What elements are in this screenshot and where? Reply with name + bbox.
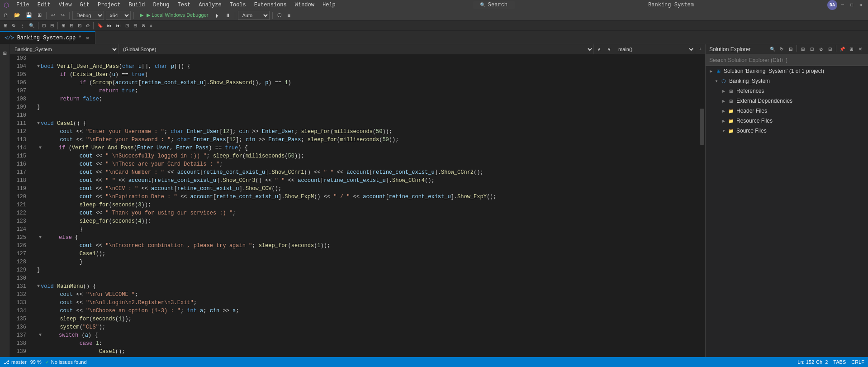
code-line-137: ▼ switch (a) {	[37, 331, 699, 339]
nav-arrow-up[interactable]: ∧	[594, 44, 604, 54]
zoom-item[interactable]: 99 %	[30, 359, 42, 365]
code-line-113: cout << "\nEnter your Password : "; char…	[37, 136, 699, 144]
tab-close-btn[interactable]: ✕	[84, 35, 90, 41]
tb2-btn12[interactable]: ⏮	[105, 21, 114, 30]
vertical-scrollbar[interactable]	[699, 54, 705, 357]
tb2-btn15[interactable]: ⊟	[132, 21, 139, 30]
menu-extensions[interactable]: Extensions	[251, 1, 290, 9]
tb2-btn6[interactable]: ⊟	[48, 21, 56, 30]
sol-filter-btn[interactable]: ⊘	[817, 45, 825, 53]
fold-111[interactable]: ▼	[37, 119, 40, 128]
git-branch-item[interactable]: ⎇ master	[4, 359, 27, 365]
menu-analyze[interactable]: Analyze	[195, 1, 225, 9]
menu-git[interactable]: Git	[76, 1, 93, 9]
tb2-btn14[interactable]: ⊡	[123, 21, 131, 30]
debug-mode-dropdown[interactable]: Debug	[72, 11, 104, 20]
menu-window[interactable]: Window	[291, 1, 318, 9]
new-file-btn[interactable]: 🗋	[2, 11, 10, 20]
menu-edit[interactable]: Edit	[34, 1, 54, 9]
tree-header-files[interactable]: ▶ 📁 Header Files	[706, 106, 868, 116]
more-btn[interactable]: ≡	[285, 11, 292, 20]
tb2-btn11[interactable]: 🔖	[95, 21, 104, 30]
line-106: 106	[10, 79, 30, 87]
tb2-btn16[interactable]: ⊘	[140, 21, 147, 30]
menu-tools[interactable]: Tools	[226, 1, 250, 9]
step-over-btn[interactable]: ⏵	[213, 11, 222, 20]
nav-plus-btn[interactable]: +	[695, 44, 705, 54]
tree-source-files[interactable]: ▼ 📁 Source Files	[706, 126, 868, 136]
window-title: Banking_System	[648, 2, 694, 8]
tb2-btn4[interactable]: 🔍	[27, 21, 36, 30]
fold-114[interactable]: ▼	[39, 144, 42, 152]
line-122: 122	[10, 209, 30, 217]
scope-dropdown[interactable]: Banking_System	[10, 44, 119, 54]
code-line-126: cout << "\nIncorrect combination , pleas…	[37, 242, 699, 250]
menu-test[interactable]: Test	[174, 1, 194, 9]
tree-references[interactable]: ▶ ⊞ References	[706, 86, 868, 96]
global-scope-dropdown[interactable]: (Global Scope)	[119, 44, 594, 54]
tb2-btn8[interactable]: ⊟	[68, 21, 75, 30]
redo-btn[interactable]: ↪	[59, 11, 66, 20]
undo-btn[interactable]: ↩	[49, 11, 57, 20]
tb2-btn2[interactable]: ↻	[10, 21, 17, 30]
arch-dropdown[interactable]: x64	[106, 11, 131, 20]
indent-item[interactable]: TABS	[833, 359, 846, 365]
status-issues-item[interactable]: ✓ No issues found	[45, 359, 87, 365]
watch-dropdown[interactable]: Auto	[238, 11, 270, 20]
tb2-btn1[interactable]: ⊞	[2, 21, 9, 30]
sol-refresh-btn[interactable]: ↻	[778, 45, 786, 53]
close-button[interactable]: ✕	[857, 1, 864, 9]
line-137: 137	[10, 331, 30, 339]
cursor-position-item[interactable]: Ln: 152 Ch: 2	[797, 359, 828, 365]
tb2-more[interactable]: »	[148, 21, 154, 30]
sol-collapse-btn[interactable]: ⊟	[787, 45, 795, 53]
save-btn[interactable]: 💾	[24, 11, 34, 20]
tb2-btn3[interactable]: ⋮	[18, 21, 26, 30]
code-content[interactable]: ▼ bool Verif_User_And_Pass(char u[], cha…	[33, 54, 699, 357]
menu-debug[interactable]: Debug	[149, 1, 173, 9]
tb2-btn7[interactable]: ⊞	[60, 21, 67, 30]
menu-file[interactable]: File	[13, 1, 33, 9]
tb2-btn9[interactable]: ⊡	[76, 21, 83, 30]
sol-sync-btn[interactable]: ⊟	[826, 45, 834, 53]
sol-pin-btn[interactable]: 📌	[838, 45, 846, 53]
sol-search-btn[interactable]: 🔍	[768, 45, 777, 53]
open-btn[interactable]: 📂	[12, 11, 22, 20]
tree-resource-files[interactable]: ▶ 📁 Resource Files	[706, 116, 868, 126]
left-btn1[interactable]: ⊞	[0, 46, 9, 55]
fold-137[interactable]: ▼	[39, 331, 42, 339]
scrollbar-thumb[interactable]	[700, 109, 704, 145]
tree-solution-root[interactable]: ▶ ⊞ Solution 'Banking_System' (1 of 1 pr…	[706, 66, 868, 76]
menu-build[interactable]: Build	[125, 1, 148, 9]
source-files-label: Source Files	[736, 128, 767, 134]
fold-125[interactable]: ▼	[39, 234, 42, 242]
fold-131[interactable]: ▼	[37, 282, 40, 291]
line-105: 105	[10, 71, 30, 79]
tb2-btn10[interactable]: ⊘	[84, 21, 91, 30]
tb2-btn13[interactable]: ⏭	[114, 21, 123, 30]
menu-help[interactable]: Help	[319, 1, 339, 9]
run-button[interactable]: ▶ ▶ Local Windows Debugger	[137, 11, 211, 20]
line-endings-label: CRLF	[851, 359, 864, 365]
line-129: 129	[10, 266, 30, 274]
solution-search-input[interactable]	[706, 54, 868, 66]
pause-btn[interactable]: ⏸	[223, 11, 232, 20]
tree-external-deps[interactable]: ▶ ⊞ External Dependencies	[706, 96, 868, 106]
sol-float-btn[interactable]: ⊞	[847, 45, 855, 53]
fold-104[interactable]: ▼	[37, 62, 40, 71]
sol-properties-btn[interactable]: ⊞	[799, 45, 807, 53]
maximize-button[interactable]: □	[848, 1, 855, 9]
breakpoint-btn[interactable]: ⬡	[275, 11, 284, 20]
nav-arrow-down[interactable]: ∨	[604, 44, 614, 54]
tb2-btn5[interactable]: ⊡	[40, 21, 47, 30]
tab-banking-system-cpp[interactable]: ≺/≻ Banking_System.cpp * ✕	[0, 31, 95, 44]
tree-project[interactable]: ▼ ⬡ Banking_System	[706, 76, 868, 86]
sol-close-btn[interactable]: ✕	[856, 45, 864, 53]
line-endings-item[interactable]: CRLF	[851, 359, 864, 365]
save-all-btn[interactable]: ⊞	[36, 11, 43, 20]
menu-view[interactable]: View	[55, 1, 76, 9]
function-dropdown[interactable]: main()	[614, 44, 695, 54]
menu-project[interactable]: Project	[94, 1, 124, 9]
sol-preview-btn[interactable]: ⊡	[808, 45, 816, 53]
minimize-button[interactable]: ─	[839, 1, 846, 9]
